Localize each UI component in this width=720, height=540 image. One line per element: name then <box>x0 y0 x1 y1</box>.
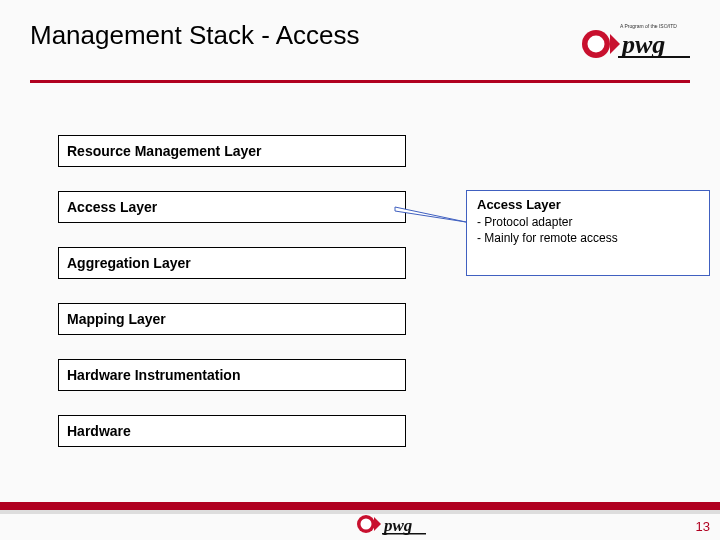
footer: pwg 13 <box>0 502 720 540</box>
access-layer-callout: Access Layer - Protocol adapter - Mainly… <box>466 190 710 276</box>
pwg-logo-footer: pwg <box>356 510 426 538</box>
layer-stack: Resource Management Layer Access Layer A… <box>58 135 406 471</box>
svg-rect-2 <box>618 56 690 58</box>
slide: Management Stack - Access A Program of t… <box>0 0 720 540</box>
layer-box-resource-management: Resource Management Layer <box>58 135 406 167</box>
layer-box-access: Access Layer <box>58 191 406 223</box>
page-number: 13 <box>696 519 710 534</box>
brand-text: pwg <box>620 30 665 59</box>
callout-line-1: - Protocol adapter <box>477 214 699 230</box>
svg-point-1 <box>588 36 605 53</box>
brand-tag-text: A Program of the ISO/ITD <box>620 23 677 29</box>
layer-box-hardware-instrumentation: Hardware Instrumentation <box>58 359 406 391</box>
callout-title: Access Layer <box>477 197 699 212</box>
footer-red-bar <box>0 502 720 510</box>
svg-point-5 <box>361 519 372 530</box>
layer-box-hardware: Hardware <box>58 415 406 447</box>
slide-title: Management Stack - Access <box>30 20 359 51</box>
svg-rect-7 <box>382 533 426 535</box>
callout-line-2: - Mainly for remote access <box>477 230 699 246</box>
pwg-logo-top: A Program of the ISO/ITD pwg <box>580 20 690 65</box>
layer-box-aggregation: Aggregation Layer <box>58 247 406 279</box>
svg-text:pwg: pwg <box>382 516 413 535</box>
layer-box-mapping: Mapping Layer <box>58 303 406 335</box>
header-divider <box>30 80 690 83</box>
